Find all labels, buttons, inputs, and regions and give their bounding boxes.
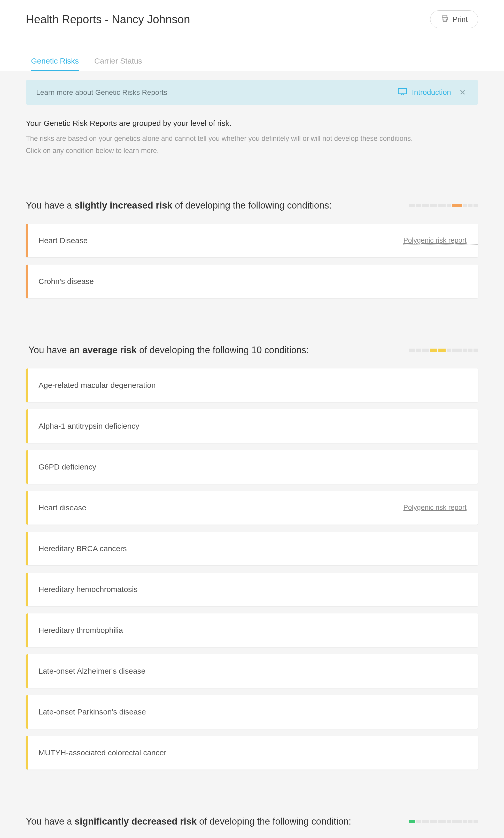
tab-carrier-status[interactable]: Carrier Status xyxy=(94,57,142,71)
condition-name: Age-related macular degeneration xyxy=(28,369,156,402)
print-label: Print xyxy=(453,15,468,23)
risk-scale-segment xyxy=(416,820,421,823)
info-banner-text: Learn more about Genetic Risks Reports xyxy=(36,88,167,97)
condition-card[interactable]: G6PD deficiency xyxy=(26,450,478,484)
accent-bar xyxy=(26,491,28,524)
intro-line-1: The risks are based on your genetics alo… xyxy=(26,133,478,144)
condition-card[interactable]: Crohn's disease xyxy=(26,265,478,298)
risk-scale-segment xyxy=(468,349,472,352)
condition-card[interactable]: Hereditary thrombophilia xyxy=(26,613,478,647)
close-icon[interactable]: ✕ xyxy=(457,88,468,97)
risk-scale-segment xyxy=(409,349,415,352)
risk-scale-segment xyxy=(473,349,478,352)
intro-block: Your Genetic Risk Reports are grouped by… xyxy=(26,119,478,156)
risk-scale-segment xyxy=(422,820,429,823)
risk-scale-segment xyxy=(422,349,429,352)
condition-name: Late-onset Parkinson's disease xyxy=(28,695,146,729)
condition-card[interactable]: Late-onset Alzheimer's disease xyxy=(26,654,478,688)
condition-name: MUTYH-associated colorectal cancer xyxy=(28,736,166,769)
risk-scale-segment xyxy=(447,820,451,823)
risk-scale-segment xyxy=(463,204,467,207)
section-significantly-decreased: You have a significantly decreased risk … xyxy=(26,816,478,838)
condition-card[interactable]: Hereditary hemochromatosis xyxy=(26,573,478,606)
risk-scale-segment xyxy=(438,349,446,352)
risk-scale-segment xyxy=(416,349,421,352)
condition-name: Hereditary thrombophilia xyxy=(28,613,123,647)
accent-bar xyxy=(26,224,28,257)
risk-scale-segment xyxy=(422,204,429,207)
intro-line-2: Click on any condition below to learn mo… xyxy=(26,145,478,156)
risk-scale-segment xyxy=(463,349,467,352)
section-average: You have an average risk of developing t… xyxy=(26,345,478,769)
polygenic-risk-report-link[interactable]: Polygenic risk report xyxy=(403,236,478,245)
accent-bar xyxy=(26,573,28,606)
condition-card[interactable]: Heart diseasePolygenic risk report xyxy=(26,491,478,524)
divider xyxy=(26,169,478,169)
accent-bar xyxy=(26,654,28,688)
info-banner: Learn more about Genetic Risks Reports I… xyxy=(26,80,478,105)
risk-scale-segment xyxy=(452,349,462,352)
accent-bar xyxy=(26,613,28,647)
page-title: Health Reports - Nancy Johnson xyxy=(26,13,190,26)
introduction-label: Introduction xyxy=(412,88,451,97)
risk-scale-segment xyxy=(447,204,451,207)
risk-scale-slightly-increased xyxy=(409,204,478,207)
condition-card[interactable]: Age-related macular degeneration xyxy=(26,369,478,402)
condition-name: Heart disease xyxy=(28,491,86,524)
section-title-significantly-decreased: You have a significantly decreased risk … xyxy=(26,816,351,827)
risk-scale-segment xyxy=(452,204,462,207)
intro-title: Your Genetic Risk Reports are grouped by… xyxy=(26,119,478,128)
section-title-average: You have an average risk of developing t… xyxy=(29,345,309,356)
risk-scale-segment xyxy=(473,204,478,207)
polygenic-risk-report-link[interactable]: Polygenic risk report xyxy=(403,504,478,512)
presentation-icon xyxy=(398,88,407,97)
accent-bar xyxy=(26,695,28,729)
risk-scale-segment xyxy=(416,204,421,207)
risk-scale-segment xyxy=(409,204,415,207)
introduction-link[interactable]: Introduction xyxy=(398,88,451,97)
risk-scale-segment xyxy=(409,820,415,823)
risk-scale-segment xyxy=(468,820,472,823)
accent-bar xyxy=(26,736,28,769)
risk-scale-significantly-decreased xyxy=(409,820,478,823)
risk-scale-segment xyxy=(438,204,446,207)
risk-scale-segment xyxy=(430,820,437,823)
tab-genetic-risks[interactable]: Genetic Risks xyxy=(31,57,79,71)
condition-name: Hereditary BRCA cancers xyxy=(28,532,127,565)
risk-scale-segment xyxy=(452,820,462,823)
risk-scale-segment xyxy=(463,820,467,823)
tabs: Genetic Risks Carrier Status xyxy=(26,57,478,71)
risk-scale-segment xyxy=(468,204,472,207)
condition-card[interactable]: Alpha-1 antitrypsin deficiency xyxy=(26,409,478,443)
condition-card[interactable]: MUTYH-associated colorectal cancer xyxy=(26,736,478,769)
section-slightly-increased: You have a slightly increased risk of de… xyxy=(26,200,478,298)
risk-scale-segment xyxy=(430,204,437,207)
accent-bar xyxy=(26,265,28,298)
condition-card[interactable]: Heart DiseasePolygenic risk report xyxy=(26,224,478,257)
condition-name: G6PD deficiency xyxy=(28,450,96,484)
condition-name: Crohn's disease xyxy=(28,265,94,298)
risk-scale-segment xyxy=(438,820,446,823)
accent-bar xyxy=(26,409,28,443)
condition-name: Heart Disease xyxy=(28,224,88,257)
condition-card[interactable]: Hereditary BRCA cancers xyxy=(26,532,478,565)
section-title-slightly-increased: You have a slightly increased risk of de… xyxy=(26,200,331,211)
condition-name: Hereditary hemochromatosis xyxy=(28,573,138,606)
accent-bar xyxy=(26,532,28,565)
risk-scale-average xyxy=(409,349,478,352)
svg-rect-3 xyxy=(398,88,407,94)
condition-name: Alpha-1 antitrypsin deficiency xyxy=(28,409,139,443)
risk-scale-segment xyxy=(447,349,451,352)
risk-scale-segment xyxy=(473,820,478,823)
risk-scale-segment xyxy=(430,349,437,352)
accent-bar xyxy=(26,369,28,402)
print-icon xyxy=(441,14,449,24)
print-button[interactable]: Print xyxy=(430,10,478,28)
condition-name: Late-onset Alzheimer's disease xyxy=(28,654,145,688)
accent-bar xyxy=(26,450,28,484)
condition-card[interactable]: Late-onset Parkinson's disease xyxy=(26,695,478,729)
